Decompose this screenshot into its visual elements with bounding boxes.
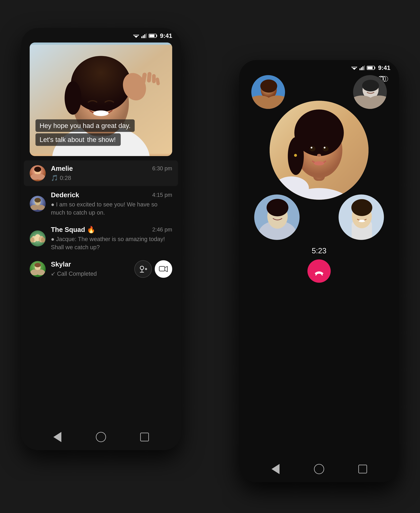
nav-bar-right bbox=[239, 459, 399, 482]
call-person5-image bbox=[338, 194, 384, 241]
chat-name-squad: The Squad 🔥 bbox=[51, 226, 95, 233]
status-time-right: 9:41 bbox=[378, 64, 390, 71]
svg-point-77 bbox=[323, 146, 329, 151]
svg-point-94 bbox=[359, 220, 365, 222]
caption-line-1: Hey hope you had a great day. bbox=[36, 119, 135, 132]
svg-rect-51 bbox=[364, 65, 365, 70]
svg-point-39 bbox=[140, 266, 144, 270]
avatar-dederick bbox=[30, 196, 46, 212]
call-avatar-person2[interactable] bbox=[352, 75, 387, 109]
nav-back-button-right[interactable] bbox=[270, 463, 281, 475]
call-person2-image bbox=[353, 75, 387, 109]
svg-point-25 bbox=[34, 198, 41, 202]
call-avatar-person1[interactable] bbox=[251, 75, 286, 109]
svg-point-32 bbox=[30, 237, 34, 242]
add-contact-icon bbox=[139, 265, 148, 273]
status-bar-left: 9:41 bbox=[21, 28, 181, 39]
chat-preview-squad: ● Jacque: The weather is so amazing toda… bbox=[51, 235, 172, 251]
svg-point-27 bbox=[36, 205, 45, 210]
svg-marker-45 bbox=[165, 266, 167, 272]
nav-recents-button[interactable] bbox=[139, 431, 150, 443]
chat-name-dederick: Dederick bbox=[51, 191, 79, 199]
phone-right: 9:41 bbox=[239, 60, 399, 482]
avatar-skylar bbox=[30, 261, 46, 277]
nav-home-button-right[interactable] bbox=[313, 463, 325, 475]
svg-point-93 bbox=[351, 199, 372, 216]
chat-info-dederick: Dederick 4:15 pm ● I am so excited to se… bbox=[51, 191, 172, 217]
nav-recents-button-right[interactable] bbox=[357, 463, 368, 475]
chat-time-dederick: 4:15 pm bbox=[152, 192, 172, 198]
svg-point-12 bbox=[93, 110, 109, 116]
chat-preview-amelie: 🎵 0:28 bbox=[51, 174, 172, 182]
phone-left: 9:41 bbox=[21, 28, 181, 450]
call-row-bottom bbox=[245, 194, 393, 241]
call-row-top bbox=[245, 75, 393, 109]
add-contact-button[interactable] bbox=[134, 260, 152, 278]
call-avatar-person5[interactable] bbox=[338, 194, 384, 241]
chat-item-skylar[interactable]: Skylar ↙ Call Completed bbox=[24, 256, 178, 282]
svg-point-78 bbox=[311, 147, 312, 148]
svg-point-36 bbox=[34, 263, 41, 267]
call-avatar-person4[interactable] bbox=[254, 194, 300, 241]
chat-item-squad[interactable]: The Squad 🔥 2:46 pm ● Jacque: The weathe… bbox=[24, 222, 178, 255]
svg-point-64 bbox=[362, 80, 379, 91]
end-call-button[interactable] bbox=[308, 259, 331, 283]
wifi-icon-right bbox=[351, 65, 358, 70]
svg-rect-5 bbox=[146, 33, 147, 38]
avatar-amelie bbox=[30, 165, 46, 181]
chat-item-dederick[interactable]: Dederick 4:15 pm ● I am so excited to se… bbox=[24, 187, 178, 221]
svg-point-38 bbox=[36, 269, 45, 275]
video-preview[interactable]: Hey hope you had a great day. Let's talk… bbox=[30, 42, 172, 156]
caption-overlay: Hey hope you had a great day. Let's talk… bbox=[36, 119, 166, 147]
chat-preview-dederick: ● I am so excited to see you! We have so… bbox=[51, 200, 172, 217]
svg-rect-16 bbox=[152, 74, 156, 83]
chat-list: Amelie 6:30 pm 🎵 0:28 bbox=[21, 160, 181, 427]
nav-back-button[interactable] bbox=[52, 431, 63, 443]
chat-item-amelie[interactable]: Amelie 6:30 pm 🎵 0:28 bbox=[24, 160, 178, 186]
signal-icon bbox=[141, 33, 147, 38]
svg-rect-2 bbox=[141, 36, 142, 38]
end-call-icon bbox=[313, 265, 325, 277]
scene: 9:41 bbox=[21, 16, 399, 497]
battery-icon-right bbox=[367, 66, 375, 70]
call-avatar-person3-large[interactable] bbox=[270, 101, 368, 200]
svg-point-79 bbox=[324, 147, 325, 148]
call-person3-image bbox=[270, 101, 368, 200]
chat-name-amelie: Amelie bbox=[51, 164, 73, 172]
svg-point-11 bbox=[65, 81, 81, 115]
svg-point-82 bbox=[294, 154, 297, 157]
svg-point-20 bbox=[34, 167, 41, 172]
svg-rect-3 bbox=[143, 35, 144, 38]
svg-point-22 bbox=[35, 174, 45, 180]
avatar-squad bbox=[30, 230, 46, 247]
chat-name-skylar: Skylar bbox=[51, 260, 71, 268]
group-call-layout: 5:23 bbox=[239, 72, 399, 459]
video-call-icon bbox=[159, 265, 168, 273]
call-person4-image bbox=[254, 194, 300, 241]
battery-icon bbox=[149, 34, 157, 38]
chat-time-amelie: 6:30 pm bbox=[152, 165, 172, 172]
svg-rect-49 bbox=[361, 67, 362, 70]
status-time-left: 9:41 bbox=[160, 32, 172, 39]
svg-point-80 bbox=[317, 154, 321, 157]
video-call-button[interactable] bbox=[155, 260, 172, 278]
wifi-icon bbox=[133, 33, 139, 38]
svg-point-33 bbox=[41, 237, 45, 242]
status-bar-right: 9:41 bbox=[239, 60, 399, 72]
svg-point-81 bbox=[314, 161, 324, 165]
svg-point-58 bbox=[260, 79, 277, 93]
svg-rect-44 bbox=[159, 266, 165, 271]
chat-info-squad: The Squad 🔥 2:46 pm ● Jacque: The weathe… bbox=[51, 226, 172, 251]
caption-line-2: Let's talk about the show! bbox=[36, 133, 121, 146]
svg-point-76 bbox=[310, 146, 315, 151]
signal-icon-right bbox=[360, 65, 365, 70]
svg-rect-48 bbox=[360, 68, 360, 70]
nav-home-button[interactable] bbox=[95, 431, 107, 443]
svg-point-88 bbox=[267, 199, 288, 216]
call-timer: 5:23 bbox=[312, 246, 326, 255]
skylar-actions bbox=[134, 260, 172, 278]
nav-bar-left bbox=[21, 427, 181, 450]
svg-rect-50 bbox=[362, 66, 363, 70]
svg-rect-4 bbox=[144, 34, 145, 38]
chat-time-squad: 2:46 pm bbox=[152, 226, 172, 233]
